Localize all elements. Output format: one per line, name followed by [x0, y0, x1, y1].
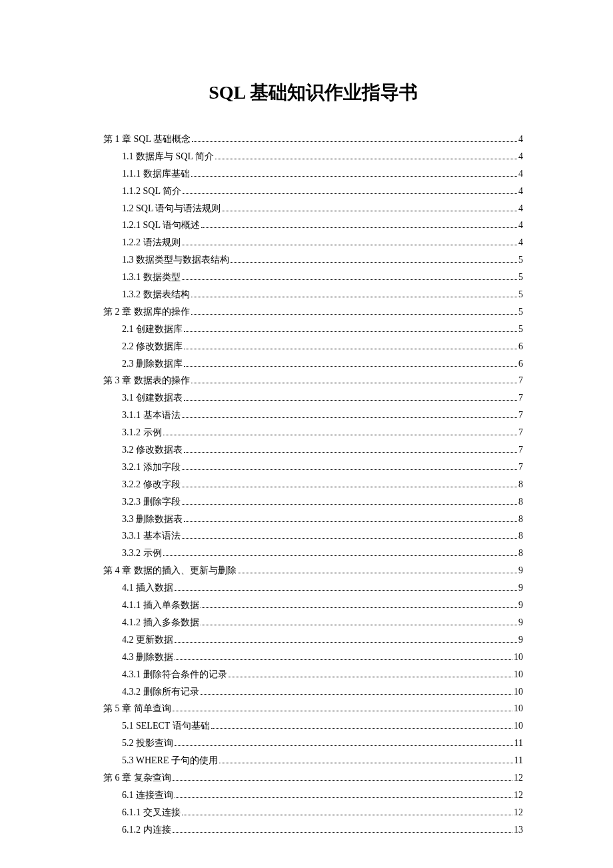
toc-entry-label: 6.1 连接查询 — [122, 788, 173, 803]
toc-entry-label: 1.1.2 SQL 简介 — [122, 184, 181, 199]
toc-entry-page: 9 — [518, 615, 523, 630]
toc-entry-page: 8 — [518, 477, 523, 492]
toc-entry-page: 10 — [514, 650, 523, 665]
toc-entry[interactable]: 第 3 章 数据表的操作7 — [103, 373, 523, 388]
toc-entry-page: 4 — [518, 184, 523, 199]
toc-entry-page: 10 — [514, 685, 523, 699]
toc-entry[interactable]: 4.1.2 插入多条数据9 — [103, 615, 523, 630]
toc-leader-dots — [201, 607, 518, 608]
toc-entry[interactable]: 3.3 删除数据表8 — [103, 512, 523, 527]
toc-entry[interactable]: 5.3 WHERE 子句的使用11 — [103, 753, 523, 768]
toc-entry-label: 第 5 章 简单查询 — [103, 701, 171, 716]
toc-entry[interactable]: 1.3.1 数据类型5 — [103, 270, 523, 285]
toc-leader-dots — [163, 555, 518, 556]
toc-leader-dots — [175, 642, 517, 643]
toc-leader-dots — [182, 279, 518, 280]
toc-entry[interactable]: 3.3.1 基本语法8 — [103, 529, 523, 543]
toc-entry-page: 6 — [518, 339, 523, 354]
toc-entry[interactable]: 2.2 修改数据库6 — [103, 339, 523, 354]
toc-entry[interactable]: 1.2 SQL 语句与语法规则4 — [103, 201, 523, 216]
toc-leader-dots — [238, 573, 518, 573]
toc-entry[interactable]: 3.3.2 示例8 — [103, 546, 523, 561]
toc-entry-label: 3.1.2 示例 — [122, 425, 162, 440]
toc-entry-label: 6.1.2 内连接 — [122, 823, 171, 837]
toc-leader-dots — [182, 469, 518, 470]
toc-leader-dots — [192, 141, 517, 142]
toc-entry[interactable]: 4.3.2 删除所有记录10 — [103, 685, 523, 699]
toc-entry-label: 6.1.1 交叉连接 — [122, 805, 181, 820]
toc-entry-label: 1.1 数据库与 SQL 简介 — [122, 149, 214, 164]
toc-entry-page: 4 — [518, 167, 523, 181]
toc-entry[interactable]: 6.1 连接查询12 — [103, 788, 523, 803]
toc-entry[interactable]: 6.1.1 交叉连接12 — [103, 805, 523, 820]
toc-entry[interactable]: 4.2 更新数据9 — [103, 633, 523, 647]
toc-entry[interactable]: 4.1.1 插入单条数据9 — [103, 598, 523, 613]
toc-entry-label: 3.3.2 示例 — [122, 546, 162, 561]
toc-entry-label: 第 1 章 SQL 基础概念 — [103, 132, 191, 147]
toc-entry-page: 8 — [518, 512, 523, 527]
toc-entry[interactable]: 2.1 创建数据库5 — [103, 322, 523, 337]
toc-entry-page: 5 — [518, 253, 523, 267]
toc-entry-page: 5 — [518, 305, 523, 319]
toc-entry[interactable]: 1.3 数据类型与数据表结构5 — [103, 253, 523, 267]
toc-entry-page: 12 — [514, 788, 523, 803]
toc-entry-page: 9 — [518, 563, 523, 578]
toc-entry-label: 3.2.2 修改字段 — [122, 477, 181, 492]
toc-entry[interactable]: 1.1 数据库与 SQL 简介4 — [103, 149, 523, 164]
toc-entry[interactable]: 第 5 章 简单查询10 — [103, 701, 523, 716]
toc-entry[interactable]: 4.3.1 删除符合条件的记录10 — [103, 667, 523, 682]
toc-entry-page: 4 — [518, 132, 523, 147]
toc-entry[interactable]: 1.2.2 语法规则4 — [103, 235, 523, 250]
toc-entry[interactable]: 4.3 删除数据10 — [103, 650, 523, 665]
toc-entry[interactable]: 3.2.2 修改字段8 — [103, 477, 523, 492]
toc-entry[interactable]: 3.2.1 添加字段7 — [103, 460, 523, 475]
toc-entry[interactable]: 1.1.2 SQL 简介4 — [103, 184, 523, 199]
toc-entry-label: 3.1.1 基本语法 — [122, 408, 181, 423]
toc-entry-page: 4 — [518, 235, 523, 250]
toc-entry-page: 9 — [518, 581, 523, 595]
toc-entry[interactable]: 3.1 创建数据表7 — [103, 391, 523, 405]
toc-leader-dots — [182, 815, 513, 815]
toc-entry-label: 第 4 章 数据的插入、更新与删除 — [103, 563, 237, 578]
toc-entry[interactable]: 1.2.1 SQL 语句概述4 — [103, 218, 523, 233]
toc-leader-dots — [211, 728, 512, 729]
toc-entry-label: 3.2.1 添加字段 — [122, 460, 181, 475]
toc-entry[interactable]: 3.1.1 基本语法7 — [103, 408, 523, 423]
toc-entry[interactable]: 1.1.1 数据库基础4 — [103, 167, 523, 181]
toc-leader-dots — [184, 521, 517, 522]
toc-entry[interactable]: 第 6 章 复杂查询12 — [103, 771, 523, 785]
toc-entry-label: 2.1 创建数据库 — [122, 322, 183, 337]
toc-entry[interactable]: 第 1 章 SQL 基础概念4 — [103, 132, 523, 147]
toc-entry-label: 1.3.1 数据类型 — [122, 270, 181, 285]
toc-leader-dots — [183, 193, 517, 194]
toc-entry[interactable]: 第 4 章 数据的插入、更新与删除9 — [103, 563, 523, 578]
toc-entry-label: 5.3 WHERE 子句的使用 — [122, 753, 218, 768]
toc-entry-label: 1.3 数据类型与数据表结构 — [122, 253, 229, 267]
toc-entry-label: 4.1 插入数据 — [122, 581, 173, 595]
toc-entry-page: 12 — [514, 771, 523, 785]
toc-entry[interactable]: 1.3.2 数据表结构5 — [103, 287, 523, 302]
toc-entry[interactable]: 3.1.2 示例7 — [103, 425, 523, 440]
toc-leader-dots — [231, 262, 517, 263]
toc-entry[interactable]: 第 2 章 数据库的操作5 — [103, 305, 523, 319]
toc-entry[interactable]: 6.1.2 内连接13 — [103, 823, 523, 837]
toc-entry-page: 7 — [518, 408, 523, 423]
toc-entry[interactable]: 4.1 插入数据9 — [103, 581, 523, 595]
toc-entry-page: 5 — [518, 322, 523, 337]
toc-leader-dots — [191, 297, 518, 297]
toc-leader-dots — [201, 625, 518, 625]
toc-entry-page: 4 — [518, 218, 523, 233]
toc-leader-dots — [173, 832, 513, 833]
toc-leader-dots — [191, 314, 518, 315]
toc-entry[interactable]: 3.2 修改数据表7 — [103, 443, 523, 457]
toc-entry[interactable]: 3.2.3 删除字段8 — [103, 495, 523, 509]
toc-entry[interactable]: 5.2 投影查询11 — [103, 736, 523, 751]
toc-entry-label: 3.1 创建数据表 — [122, 391, 183, 405]
toc-entry[interactable]: 2.3 删除数据库6 — [103, 357, 523, 371]
toc-entry-page: 7 — [518, 443, 523, 457]
toc-leader-dots — [182, 417, 518, 418]
toc-entry[interactable]: 5.1 SELECT 语句基础10 — [103, 719, 523, 733]
toc-entry-page: 7 — [518, 460, 523, 475]
toc-entry-page: 10 — [514, 667, 523, 682]
toc-leader-dots — [184, 331, 517, 332]
